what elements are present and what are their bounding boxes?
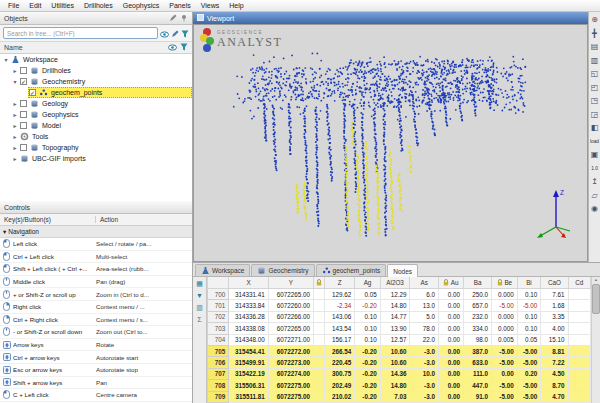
column-header-au[interactable]: Au <box>438 277 463 289</box>
table-cell[interactable] <box>568 368 591 379</box>
table-cell[interactable]: 0.00 <box>438 368 463 379</box>
table-cell[interactable]: 0.05 <box>517 334 541 345</box>
view-iso-icon[interactable]: ◧ <box>589 122 600 133</box>
visibility-checkbox[interactable]: ✓ <box>29 89 36 96</box>
tree-item-model[interactable]: ▸Model <box>0 120 192 131</box>
table-cell[interactable] <box>314 368 325 379</box>
table-cell[interactable] <box>314 323 325 334</box>
tree-item-geophysics[interactable]: ▸Geophysics <box>0 109 192 120</box>
column-header-y[interactable]: Y <box>268 277 313 289</box>
column-header-lock[interactable] <box>314 277 325 289</box>
expander-icon[interactable]: ▸ <box>11 67 19 74</box>
table-cell[interactable]: 0.10 <box>517 311 541 322</box>
expander-icon[interactable]: ▸ <box>11 100 19 107</box>
table-cell[interactable]: -5.00 <box>517 380 541 391</box>
column-header-cao[interactable]: CaO <box>541 277 568 289</box>
expander-icon[interactable]: ▸ <box>11 155 19 162</box>
column-filter-icon[interactable] <box>180 43 188 52</box>
table-cell[interactable]: 314348.00 <box>229 334 269 345</box>
visibility-checkbox[interactable] <box>20 122 27 129</box>
tree-item-ubc-gif-imports[interactable]: ▸UBC-GIF imports <box>0 153 192 164</box>
table-cell[interactable]: 13.0 <box>410 300 438 311</box>
table-cell[interactable]: 4.00 <box>541 323 568 334</box>
visibility-checkbox[interactable] <box>20 67 27 74</box>
table-cell[interactable] <box>568 345 591 356</box>
table-cell[interactable]: 14.36 <box>380 368 410 379</box>
table-cell[interactable]: 266.54 <box>325 345 355 356</box>
table-row[interactable]: 707315422.196072274.00300.75-0.2014.3610… <box>208 368 591 379</box>
tree-item-workspace[interactable]: ▾Workspace <box>0 54 192 65</box>
table-filter-icon[interactable]: ▼ <box>196 291 203 300</box>
table-cell[interactable]: 156.17 <box>325 334 355 345</box>
table-cell[interactable]: 315499.91 <box>229 357 269 368</box>
table-cell[interactable]: -3.0 <box>410 380 438 391</box>
scale-label[interactable]: 1.0 <box>589 163 600 174</box>
table-cell[interactable]: 0.00 <box>492 368 518 379</box>
table-cell[interactable]: 3.35 <box>541 311 568 322</box>
table-cell[interactable]: 0.005 <box>492 334 518 345</box>
table-cell[interactable]: 98.0 <box>464 334 492 345</box>
table-cell[interactable]: -3.0 <box>410 357 438 368</box>
table-cell[interactable]: -2.34 <box>325 300 355 311</box>
table-cell[interactable]: 6072273.00 <box>268 357 313 368</box>
tree-filter-icon[interactable] <box>181 24 189 42</box>
table-cell[interactable]: -5.00 <box>517 300 541 311</box>
table-cell[interactable]: -0.20 <box>355 391 380 402</box>
table-cell[interactable]: 6072275.00 <box>268 391 313 402</box>
table-cell[interactable] <box>314 391 325 402</box>
table-row[interactable]: 708315506.316072275.00202.49-0.2014.80-3… <box>208 380 591 391</box>
table-cell[interactable]: -5.00 <box>492 345 518 356</box>
table-cell[interactable]: 0.00 <box>438 380 463 391</box>
table-cell[interactable] <box>568 391 591 402</box>
table-cell[interactable]: 0.10 <box>517 323 541 334</box>
scroll-up-icon[interactable]: ▲ <box>594 277 598 282</box>
tree-item-topography[interactable]: ▸Topography <box>0 142 192 153</box>
viewport-3d[interactable]: GEOSCIENCE ANALYST Z <box>193 24 588 262</box>
table-cell[interactable]: 129.62 <box>325 289 355 300</box>
tree-item-geochem-points[interactable]: ✓geochem_points <box>0 87 192 98</box>
tree-item-tools[interactable]: ▸Tools <box>0 131 192 142</box>
table-cell[interactable]: 314338.08 <box>229 323 269 334</box>
table-cell[interactable]: 300.75 <box>325 368 355 379</box>
expander-icon[interactable]: ▸ <box>11 111 19 118</box>
table-cell[interactable]: 0.00 <box>438 323 463 334</box>
zoom-extents-icon[interactable]: ⊕ <box>589 14 600 25</box>
table-cell[interactable] <box>314 357 325 368</box>
table-cell[interactable]: 6072265.00 <box>268 289 313 300</box>
visibility-eye-icon[interactable] <box>160 24 169 42</box>
tree-search-input[interactable] <box>3 27 158 39</box>
table-cell[interactable]: 334.0 <box>464 323 492 334</box>
view-west-icon[interactable]: ◲ <box>589 109 600 120</box>
table-cell[interactable]: -5.00 <box>492 380 518 391</box>
table-cell[interactable]: 7.22 <box>541 357 568 368</box>
tree-item-geochemistry[interactable]: ▾✓Geochemistry <box>0 76 192 87</box>
menu-item-drillholes[interactable]: Drillholes <box>79 0 118 11</box>
table-cell[interactable]: 0.05 <box>355 289 380 300</box>
table-cell[interactable]: -0.20 <box>355 380 380 391</box>
table-cell[interactable]: 447.0 <box>464 380 492 391</box>
view-north-icon[interactable]: ◱ <box>589 68 600 79</box>
navigation-section-row[interactable]: ▾ Navigation <box>0 226 192 238</box>
table-row[interactable]: 700314331.416072265.00129.620.0512.296.0… <box>208 289 591 300</box>
view-south-icon[interactable]: ◰ <box>589 82 600 93</box>
table-cell[interactable]: 210.02 <box>325 391 355 402</box>
column-header-bi[interactable]: Bi <box>517 277 541 289</box>
table-row[interactable]: 709315511.816072275.00210.02-0.207.03-3.… <box>208 391 591 402</box>
table-cell[interactable]: 143.06 <box>325 311 355 322</box>
table-cell[interactable]: 12.29 <box>380 289 410 300</box>
table-cell[interactable]: -5.00 <box>492 357 518 368</box>
table-cell[interactable]: 6072260.00 <box>268 300 313 311</box>
table-cell[interactable]: 6072274.00 <box>268 368 313 379</box>
view-east-icon[interactable]: ◳ <box>589 95 600 106</box>
table-cell[interactable]: -5.00 <box>492 300 518 311</box>
table-cell[interactable]: 387.0 <box>464 345 492 356</box>
table-cell[interactable] <box>314 311 325 322</box>
table-cell[interactable]: -0.20 <box>355 300 380 311</box>
visibility-checkbox[interactable] <box>20 100 27 107</box>
brush-icon[interactable] <box>171 24 179 42</box>
table-cell[interactable]: 111.0 <box>464 368 492 379</box>
table-cell[interactable]: 315454.41 <box>229 345 269 356</box>
viewport-titlebar[interactable]: Viewport <box>193 12 588 24</box>
table-cell[interactable]: 6072272.00 <box>268 345 313 356</box>
table-cell[interactable]: 314336.28 <box>229 311 269 322</box>
